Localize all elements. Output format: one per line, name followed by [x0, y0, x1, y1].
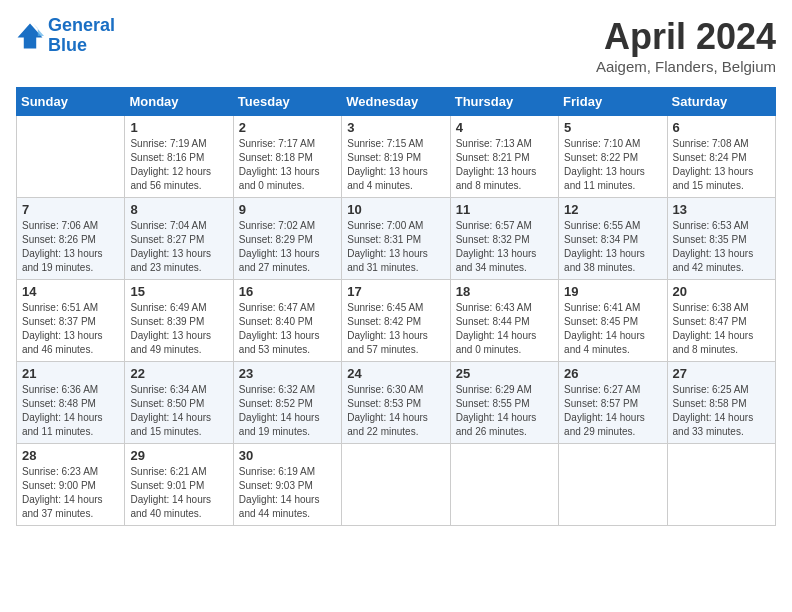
calendar-cell: 18Sunrise: 6:43 AMSunset: 8:44 PMDayligh…: [450, 280, 558, 362]
calendar-cell: 22Sunrise: 6:34 AMSunset: 8:50 PMDayligh…: [125, 362, 233, 444]
day-number: 11: [456, 202, 553, 217]
calendar-cell: 8Sunrise: 7:04 AMSunset: 8:27 PMDaylight…: [125, 198, 233, 280]
col-header-monday: Monday: [125, 88, 233, 116]
day-number: 14: [22, 284, 119, 299]
day-number: 21: [22, 366, 119, 381]
day-info: Sunrise: 7:08 AMSunset: 8:24 PMDaylight:…: [673, 137, 770, 193]
calendar-cell: 28Sunrise: 6:23 AMSunset: 9:00 PMDayligh…: [17, 444, 125, 526]
calendar-cell: 9Sunrise: 7:02 AMSunset: 8:29 PMDaylight…: [233, 198, 341, 280]
calendar-cell: 29Sunrise: 6:21 AMSunset: 9:01 PMDayligh…: [125, 444, 233, 526]
calendar-cell: 12Sunrise: 6:55 AMSunset: 8:34 PMDayligh…: [559, 198, 667, 280]
day-info: Sunrise: 6:29 AMSunset: 8:55 PMDaylight:…: [456, 383, 553, 439]
calendar-cell: 27Sunrise: 6:25 AMSunset: 8:58 PMDayligh…: [667, 362, 775, 444]
day-info: Sunrise: 6:49 AMSunset: 8:39 PMDaylight:…: [130, 301, 227, 357]
day-info: Sunrise: 7:06 AMSunset: 8:26 PMDaylight:…: [22, 219, 119, 275]
col-header-friday: Friday: [559, 88, 667, 116]
calendar-cell: 5Sunrise: 7:10 AMSunset: 8:22 PMDaylight…: [559, 116, 667, 198]
day-number: 13: [673, 202, 770, 217]
day-number: 4: [456, 120, 553, 135]
logo: General Blue: [16, 16, 115, 56]
day-number: 27: [673, 366, 770, 381]
calendar-cell: 25Sunrise: 6:29 AMSunset: 8:55 PMDayligh…: [450, 362, 558, 444]
col-header-tuesday: Tuesday: [233, 88, 341, 116]
day-info: Sunrise: 7:15 AMSunset: 8:19 PMDaylight:…: [347, 137, 444, 193]
calendar-cell: [17, 116, 125, 198]
day-number: 18: [456, 284, 553, 299]
day-info: Sunrise: 6:57 AMSunset: 8:32 PMDaylight:…: [456, 219, 553, 275]
day-number: 12: [564, 202, 661, 217]
calendar-cell: [450, 444, 558, 526]
day-info: Sunrise: 6:47 AMSunset: 8:40 PMDaylight:…: [239, 301, 336, 357]
col-header-saturday: Saturday: [667, 88, 775, 116]
day-info: Sunrise: 7:17 AMSunset: 8:18 PMDaylight:…: [239, 137, 336, 193]
day-number: 5: [564, 120, 661, 135]
calendar-cell: 17Sunrise: 6:45 AMSunset: 8:42 PMDayligh…: [342, 280, 450, 362]
day-info: Sunrise: 6:27 AMSunset: 8:57 PMDaylight:…: [564, 383, 661, 439]
day-info: Sunrise: 6:25 AMSunset: 8:58 PMDaylight:…: [673, 383, 770, 439]
day-number: 23: [239, 366, 336, 381]
day-info: Sunrise: 6:19 AMSunset: 9:03 PMDaylight:…: [239, 465, 336, 521]
calendar-cell: 16Sunrise: 6:47 AMSunset: 8:40 PMDayligh…: [233, 280, 341, 362]
calendar-cell: 30Sunrise: 6:19 AMSunset: 9:03 PMDayligh…: [233, 444, 341, 526]
day-number: 3: [347, 120, 444, 135]
day-info: Sunrise: 6:21 AMSunset: 9:01 PMDaylight:…: [130, 465, 227, 521]
calendar-cell: 15Sunrise: 6:49 AMSunset: 8:39 PMDayligh…: [125, 280, 233, 362]
calendar-cell: 7Sunrise: 7:06 AMSunset: 8:26 PMDaylight…: [17, 198, 125, 280]
day-number: 1: [130, 120, 227, 135]
calendar-cell: [342, 444, 450, 526]
day-info: Sunrise: 7:10 AMSunset: 8:22 PMDaylight:…: [564, 137, 661, 193]
day-number: 8: [130, 202, 227, 217]
month-title: April 2024: [596, 16, 776, 58]
day-number: 24: [347, 366, 444, 381]
calendar-cell: 11Sunrise: 6:57 AMSunset: 8:32 PMDayligh…: [450, 198, 558, 280]
day-number: 28: [22, 448, 119, 463]
calendar-table: SundayMondayTuesdayWednesdayThursdayFrid…: [16, 87, 776, 526]
day-number: 20: [673, 284, 770, 299]
calendar-cell: 19Sunrise: 6:41 AMSunset: 8:45 PMDayligh…: [559, 280, 667, 362]
day-info: Sunrise: 6:55 AMSunset: 8:34 PMDaylight:…: [564, 219, 661, 275]
location: Aaigem, Flanders, Belgium: [596, 58, 776, 75]
logo-icon: [16, 22, 44, 50]
calendar-cell: 14Sunrise: 6:51 AMSunset: 8:37 PMDayligh…: [17, 280, 125, 362]
day-info: Sunrise: 6:53 AMSunset: 8:35 PMDaylight:…: [673, 219, 770, 275]
day-info: Sunrise: 7:04 AMSunset: 8:27 PMDaylight:…: [130, 219, 227, 275]
day-info: Sunrise: 7:13 AMSunset: 8:21 PMDaylight:…: [456, 137, 553, 193]
day-number: 29: [130, 448, 227, 463]
day-info: Sunrise: 6:45 AMSunset: 8:42 PMDaylight:…: [347, 301, 444, 357]
calendar-cell: 23Sunrise: 6:32 AMSunset: 8:52 PMDayligh…: [233, 362, 341, 444]
day-info: Sunrise: 6:38 AMSunset: 8:47 PMDaylight:…: [673, 301, 770, 357]
day-info: Sunrise: 7:02 AMSunset: 8:29 PMDaylight:…: [239, 219, 336, 275]
day-info: Sunrise: 6:51 AMSunset: 8:37 PMDaylight:…: [22, 301, 119, 357]
logo-text-general: General: [48, 16, 115, 36]
col-header-wednesday: Wednesday: [342, 88, 450, 116]
day-number: 22: [130, 366, 227, 381]
calendar-cell: [667, 444, 775, 526]
day-number: 16: [239, 284, 336, 299]
day-info: Sunrise: 6:34 AMSunset: 8:50 PMDaylight:…: [130, 383, 227, 439]
day-info: Sunrise: 7:19 AMSunset: 8:16 PMDaylight:…: [130, 137, 227, 193]
day-number: 30: [239, 448, 336, 463]
day-number: 6: [673, 120, 770, 135]
day-number: 7: [22, 202, 119, 217]
day-info: Sunrise: 6:32 AMSunset: 8:52 PMDaylight:…: [239, 383, 336, 439]
calendar-cell: 10Sunrise: 7:00 AMSunset: 8:31 PMDayligh…: [342, 198, 450, 280]
calendar-cell: 26Sunrise: 6:27 AMSunset: 8:57 PMDayligh…: [559, 362, 667, 444]
day-info: Sunrise: 6:43 AMSunset: 8:44 PMDaylight:…: [456, 301, 553, 357]
day-info: Sunrise: 6:41 AMSunset: 8:45 PMDaylight:…: [564, 301, 661, 357]
day-number: 19: [564, 284, 661, 299]
calendar-cell: 24Sunrise: 6:30 AMSunset: 8:53 PMDayligh…: [342, 362, 450, 444]
calendar-cell: 3Sunrise: 7:15 AMSunset: 8:19 PMDaylight…: [342, 116, 450, 198]
calendar-cell: 4Sunrise: 7:13 AMSunset: 8:21 PMDaylight…: [450, 116, 558, 198]
day-number: 9: [239, 202, 336, 217]
page-header: General Blue April 2024 Aaigem, Flanders…: [16, 16, 776, 75]
logo-text-blue: Blue: [48, 36, 115, 56]
calendar-cell: 2Sunrise: 7:17 AMSunset: 8:18 PMDaylight…: [233, 116, 341, 198]
calendar-cell: 21Sunrise: 6:36 AMSunset: 8:48 PMDayligh…: [17, 362, 125, 444]
calendar-cell: 20Sunrise: 6:38 AMSunset: 8:47 PMDayligh…: [667, 280, 775, 362]
day-number: 26: [564, 366, 661, 381]
col-header-sunday: Sunday: [17, 88, 125, 116]
day-number: 17: [347, 284, 444, 299]
calendar-cell: 1Sunrise: 7:19 AMSunset: 8:16 PMDaylight…: [125, 116, 233, 198]
title-block: April 2024 Aaigem, Flanders, Belgium: [596, 16, 776, 75]
day-number: 2: [239, 120, 336, 135]
